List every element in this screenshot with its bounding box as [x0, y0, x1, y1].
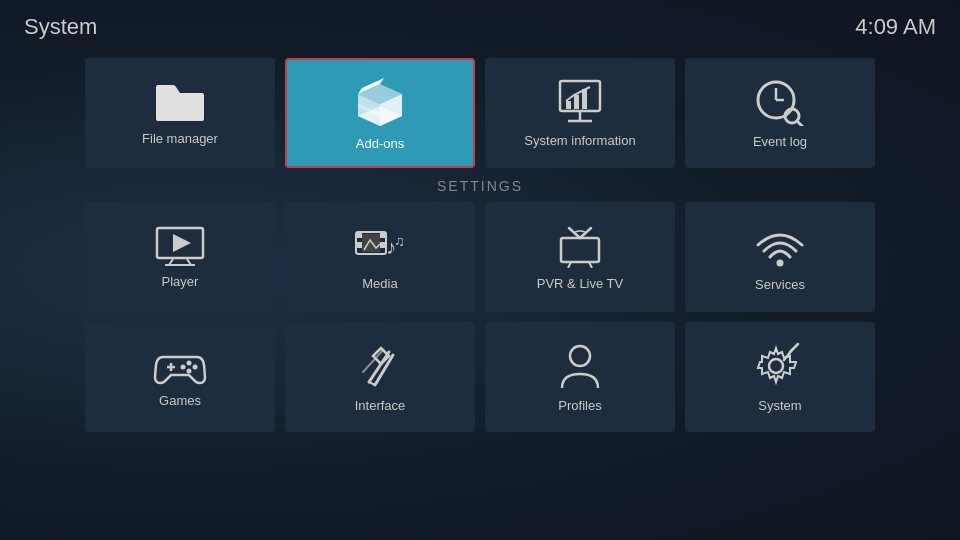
settings-label: Settings — [0, 178, 960, 194]
tile-system[interactable]: System — [685, 322, 875, 432]
settings-section: Settings Player — [0, 178, 960, 432]
tile-file-manager[interactable]: File manager — [85, 58, 275, 168]
svg-marker-18 — [173, 234, 191, 252]
tile-label: Player — [162, 274, 199, 289]
svg-line-16 — [797, 121, 803, 126]
film-music-icon: ♪ ♫ — [354, 224, 406, 268]
svg-line-31 — [569, 228, 580, 238]
svg-rect-30 — [561, 238, 599, 262]
tile-label: Services — [755, 277, 805, 292]
settings-row-1: Player ♪ — [0, 202, 960, 312]
tile-media[interactable]: ♪ ♫ Media — [285, 202, 475, 312]
svg-line-32 — [580, 228, 591, 238]
tile-label: Media — [362, 276, 397, 291]
svg-rect-24 — [356, 242, 362, 248]
tile-player[interactable]: Player — [85, 202, 275, 312]
tv-antenna-icon — [555, 224, 605, 268]
svg-point-40 — [187, 368, 192, 373]
svg-point-48 — [769, 359, 783, 373]
tile-label: System information — [524, 133, 635, 148]
tile-interface[interactable]: Interface — [285, 322, 475, 432]
svg-point-38 — [187, 360, 192, 365]
wifi-dots-icon — [754, 223, 806, 269]
tile-label: Profiles — [558, 398, 601, 413]
tile-games[interactable]: Games — [85, 322, 275, 432]
svg-point-47 — [570, 346, 590, 366]
svg-point-35 — [777, 259, 784, 266]
tile-add-ons[interactable]: Add-ons — [285, 58, 475, 168]
presentation-icon — [554, 79, 606, 125]
tile-label: Games — [159, 393, 201, 408]
tile-event-log[interactable]: Event log — [685, 58, 875, 168]
svg-rect-10 — [574, 95, 579, 109]
svg-rect-11 — [582, 89, 587, 109]
top-menu-row: File manager Add-ons — [0, 58, 960, 168]
pencil-diamond-icon — [355, 342, 405, 390]
tile-system-information[interactable]: System information — [485, 58, 675, 168]
tile-profiles[interactable]: Profiles — [485, 322, 675, 432]
tile-label: System — [758, 398, 801, 413]
tile-label: PVR & Live TV — [537, 276, 623, 291]
tile-pvr[interactable]: PVR & Live TV — [485, 202, 675, 312]
svg-line-44 — [369, 382, 375, 385]
page-title: System — [24, 14, 97, 40]
svg-rect-23 — [356, 232, 362, 238]
gamepad-icon — [153, 347, 207, 385]
box-icon — [353, 76, 407, 128]
settings-row-2: Games Interface — [0, 322, 960, 432]
clock-search-icon — [754, 78, 806, 126]
svg-rect-9 — [566, 101, 571, 109]
svg-point-39 — [193, 364, 198, 369]
gear-fork-icon — [754, 342, 806, 390]
svg-line-46 — [363, 350, 383, 372]
tile-label: Add-ons — [356, 136, 404, 151]
tile-label: Event log — [753, 134, 807, 149]
svg-text:♫: ♫ — [394, 233, 405, 249]
clock: 4:09 AM — [855, 14, 936, 40]
play-screen-icon — [155, 226, 205, 266]
svg-point-41 — [181, 364, 186, 369]
tile-label: File manager — [142, 131, 218, 146]
tile-services[interactable]: Services — [685, 202, 875, 312]
tile-label: Interface — [355, 398, 406, 413]
folder-icon — [154, 81, 206, 123]
person-icon — [558, 342, 602, 390]
